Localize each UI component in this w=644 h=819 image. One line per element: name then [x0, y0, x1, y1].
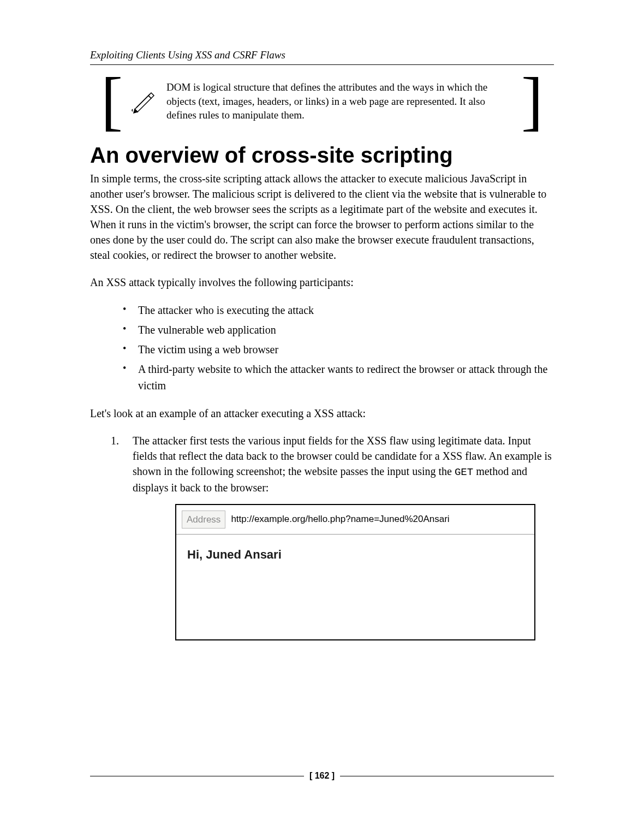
address-bar: Address http://example.org/hello.php?nam…	[176, 505, 534, 535]
page-number: [ 162 ]	[304, 771, 340, 781]
page-header-title: Exploiting Clients Using XSS and CSRF Fl…	[90, 49, 554, 61]
browser-greeting: Hi, Juned Ansari	[187, 547, 523, 563]
callout-box: [ DOM is logical structure that defines …	[101, 80, 543, 122]
address-url: http://example.org/hello.php?name=Juned%…	[225, 511, 455, 529]
inline-code: GET	[455, 466, 473, 478]
list-item: The attacker who is executing the attack	[123, 302, 554, 318]
participants-list: The attacker who is executing the attack…	[123, 302, 554, 394]
bracket-right: ]	[521, 81, 543, 121]
footer-line-left	[90, 776, 304, 776]
step-1: 1. The attacker first tests the various …	[111, 433, 554, 640]
list-item: The vulnerable web application	[123, 322, 554, 338]
paragraph-2: An XSS attack typically involves the fol…	[90, 275, 554, 290]
bracket-left: [	[101, 81, 123, 121]
section-heading: An overview of cross-site scripting	[90, 143, 554, 168]
steps-list: 1. The attacker first tests the various …	[111, 433, 554, 640]
footer-line-right	[340, 776, 554, 776]
paragraph-1: In simple terms, the cross-site scriptin…	[90, 171, 554, 263]
list-item: The victim using a web browser	[123, 341, 554, 358]
address-label: Address	[182, 511, 225, 529]
page-footer: [ 162 ]	[90, 771, 554, 781]
pen-icon	[129, 87, 157, 115]
paragraph-3: Let's look at an example of an attacker …	[90, 406, 554, 421]
browser-screenshot: Address http://example.org/hello.php?nam…	[175, 504, 535, 640]
browser-body: Hi, Juned Ansari	[176, 535, 534, 575]
header-rule	[90, 64, 554, 65]
callout-text: DOM is logical structure that defines th…	[166, 80, 517, 122]
list-item: A third-party website to which the attac…	[123, 361, 554, 394]
step-number: 1.	[111, 433, 119, 448]
